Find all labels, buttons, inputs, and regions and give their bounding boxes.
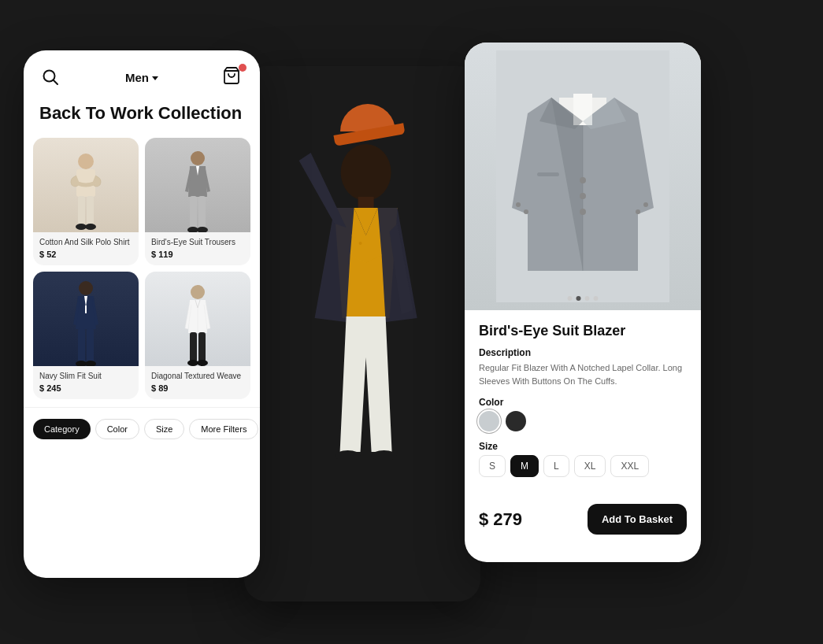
size-label: Size	[479, 441, 687, 452]
svg-rect-42	[537, 172, 559, 176]
color-swatch-light[interactable]	[479, 411, 499, 431]
svg-rect-10	[190, 196, 197, 229]
svg-point-8	[85, 224, 96, 230]
svg-point-9	[191, 151, 205, 165]
svg-point-20	[191, 285, 205, 299]
figure-trousers	[174, 146, 221, 232]
description-label: Description	[479, 347, 687, 358]
cart-icon[interactable]	[222, 66, 244, 88]
screen-hero-banner: Introducing The Fall/Winter 2022 Collect…	[244, 66, 480, 601]
product-image-shirt	[145, 272, 250, 366]
svg-point-25	[197, 360, 208, 366]
product-card-polo[interactable]: Cotton And Silk Polo Shirt $ 52	[33, 138, 139, 265]
product-info-suit: Navy Slim Fit Suit $ 245	[33, 366, 139, 399]
product-card-trousers[interactable]: Bird's-Eye Suit Trousers $ 119	[145, 138, 250, 265]
svg-rect-5	[78, 196, 85, 226]
collection-title: Back To Work Collection	[24, 96, 260, 138]
product-image-polo	[33, 138, 139, 232]
detail-product-image	[465, 43, 701, 310]
image-dot-1	[568, 296, 573, 301]
search-icon[interactable]	[39, 66, 61, 88]
svg-rect-16	[78, 328, 85, 363]
list-header: Men	[24, 50, 260, 96]
product-price-trousers: $ 119	[151, 250, 244, 259]
size-s-btn[interactable]: S	[479, 455, 506, 477]
color-label: Color	[479, 397, 687, 408]
blazer-figure	[496, 50, 669, 302]
product-image-trousers	[145, 138, 250, 232]
svg-point-3	[78, 154, 94, 169]
svg-rect-11	[198, 196, 206, 229]
svg-rect-15	[85, 305, 87, 313]
size-options: S M L XL XXL	[479, 455, 687, 477]
svg-point-18	[76, 361, 87, 366]
product-card-shirt[interactable]: Diagonal Textured Weave $ 89	[145, 272, 250, 399]
svg-point-41	[636, 209, 640, 214]
product-card-suit[interactable]: Navy Slim Fit Suit $ 245	[33, 272, 139, 399]
product-price-shirt: $ 89	[151, 383, 244, 393]
filter-color-btn[interactable]: Color	[95, 419, 139, 439]
svg-rect-27	[358, 197, 374, 209]
chevron-down-icon	[152, 76, 158, 80]
product-info-shirt: Diagonal Textured Weave $ 89	[145, 366, 250, 399]
filter-category-btn[interactable]: Category	[33, 419, 91, 439]
svg-rect-17	[87, 328, 94, 363]
product-name-trousers: Bird's-Eye Suit Trousers	[151, 237, 244, 247]
product-info-polo: Cotton And Silk Polo Shirt $ 52	[33, 232, 139, 265]
image-dot-2	[576, 296, 581, 301]
svg-point-37	[580, 209, 586, 215]
svg-point-14	[79, 281, 93, 295]
svg-point-19	[85, 361, 96, 366]
image-dot-4	[594, 296, 599, 301]
svg-point-36	[580, 193, 586, 199]
product-info-trousers: Bird's-Eye Suit Trousers $ 119	[145, 232, 250, 265]
collection-heading: Back To Work Collection	[39, 102, 244, 125]
detail-price: $ 279	[479, 509, 522, 530]
svg-point-7	[76, 224, 87, 230]
svg-point-13	[197, 227, 208, 232]
filter-size-btn[interactable]: Size	[144, 419, 184, 439]
size-m-btn[interactable]: M	[510, 455, 539, 477]
svg-point-38	[516, 202, 521, 207]
svg-line-1	[54, 80, 58, 85]
men-label: Men	[125, 71, 149, 84]
figure-suit	[62, 276, 109, 366]
product-name-polo: Cotton And Silk Polo Shirt	[39, 237, 132, 247]
svg-point-12	[187, 227, 198, 232]
add-to-basket-button[interactable]: Add To Basket	[588, 504, 687, 535]
screen-product-list: Men Back To Work Collection	[24, 50, 260, 578]
size-xxl-btn[interactable]: XXL	[610, 455, 649, 477]
svg-rect-23	[198, 332, 206, 362]
screen-product-detail: Bird's-Eye Suit Blazer Description Regul…	[465, 43, 701, 562]
svg-point-26	[341, 144, 391, 201]
product-grid: Cotton And Silk Polo Shirt $ 52	[24, 138, 260, 399]
detail-content: Bird's-Eye Suit Blazer Description Regul…	[465, 310, 701, 504]
size-l-btn[interactable]: L	[543, 455, 569, 477]
image-dot-3	[585, 296, 590, 301]
product-name-shirt: Diagonal Textured Weave	[151, 371, 244, 381]
figure-polo	[62, 146, 109, 232]
product-image-suit	[33, 272, 139, 366]
description-text: Regular Fit Blazer With A Notched Lapel …	[479, 361, 687, 387]
detail-product-name: Bird's-Eye Suit Blazer	[479, 323, 687, 339]
svg-rect-22	[190, 332, 197, 362]
cart-badge	[239, 64, 247, 72]
svg-point-31	[359, 242, 362, 245]
men-dropdown[interactable]: Men	[125, 71, 158, 84]
svg-point-30	[352, 233, 357, 238]
color-swatch-dark[interactable]	[506, 411, 526, 431]
product-price-suit: $ 245	[39, 383, 132, 393]
product-price-polo: $ 52	[39, 250, 132, 259]
image-dots	[568, 296, 599, 301]
hero-figure	[276, 98, 457, 460]
color-options	[479, 411, 687, 431]
svg-point-39	[524, 209, 528, 214]
svg-point-35	[580, 177, 586, 183]
svg-point-40	[643, 202, 648, 207]
size-xl-btn[interactable]: XL	[574, 455, 606, 477]
filter-bar: Category Color Size More Filters	[24, 407, 260, 447]
figure-shirt	[174, 279, 221, 366]
svg-point-24	[187, 360, 198, 366]
filter-more-btn[interactable]: More Filters	[189, 419, 258, 439]
detail-footer: $ 279 Add To Basket	[465, 504, 701, 549]
